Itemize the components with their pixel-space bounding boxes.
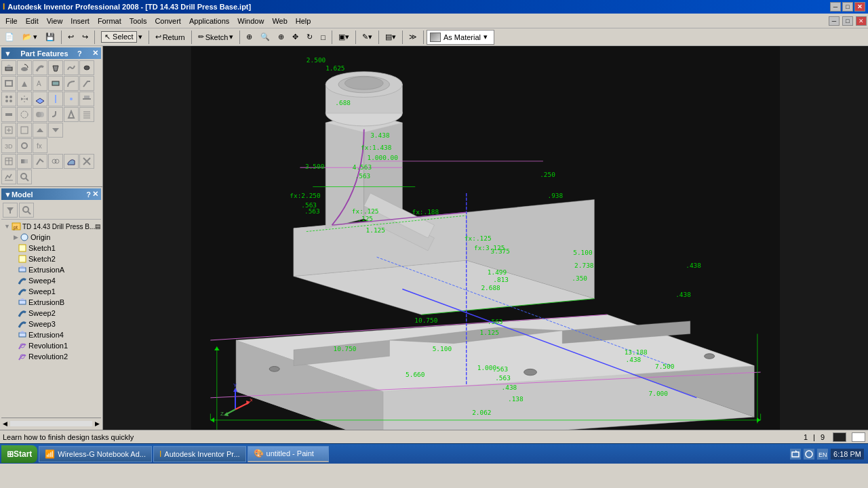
menu-insert[interactable]: Insert xyxy=(66,16,94,26)
pf-3d-sketch[interactable]: 3D xyxy=(1,138,16,153)
tree-item-sweep1[interactable]: Sweep1 xyxy=(3,286,100,297)
taskbar-paint[interactable]: 🎨 untitled - Paint xyxy=(248,446,329,462)
tree-expand-all[interactable]: ▤ xyxy=(95,223,101,230)
rotate-button[interactable]: ↻ xyxy=(303,30,316,45)
display-button[interactable]: ▣▾ xyxy=(335,30,353,45)
menu-applications[interactable]: Applications xyxy=(185,16,233,26)
inner-minimize-button[interactable]: ─ xyxy=(829,16,840,26)
model-filter[interactable] xyxy=(3,203,18,218)
pf-revolve[interactable] xyxy=(17,60,32,75)
select-button[interactable]: ↖ Select ▾ xyxy=(98,30,146,45)
tree-item-sweep4[interactable]: Sweep4 xyxy=(3,275,100,286)
pf-emboss[interactable]: A xyxy=(33,76,47,91)
menu-view[interactable]: View xyxy=(43,16,67,26)
close-button[interactable]: ✕ xyxy=(854,2,865,12)
menu-convert[interactable]: Convert xyxy=(151,16,185,26)
tree-scroll-right[interactable]: ▶ xyxy=(94,420,101,427)
pf-chamfer[interactable] xyxy=(79,76,94,91)
maximize-button[interactable]: □ xyxy=(842,2,853,12)
pf-pattern[interactable] xyxy=(1,92,16,106)
save-button[interactable]: 💾 xyxy=(42,30,58,45)
tree-item-extrusionA[interactable]: ExtrusionA xyxy=(3,264,100,275)
pf-extrude[interactable] xyxy=(1,60,16,75)
line-button[interactable]: ✎▾ xyxy=(359,30,376,45)
pf-sketch-new[interactable] xyxy=(1,123,16,138)
menu-help[interactable]: Help xyxy=(292,16,315,26)
tree-item-sketch2[interactable]: Sketch2 xyxy=(3,253,100,264)
new-button[interactable]: 📄 xyxy=(1,30,18,45)
menu-format[interactable]: Format xyxy=(94,16,125,26)
pf-coil[interactable] xyxy=(64,60,79,75)
pf-analysis[interactable] xyxy=(1,169,16,184)
tree-item-root[interactable]: ▼ pt TD 14.43 Drill Press B... ▤ xyxy=(3,221,100,232)
model-search[interactable] xyxy=(19,203,34,218)
constraint-button[interactable]: ▤▾ xyxy=(382,30,399,45)
pf-fillet[interactable] xyxy=(64,76,79,91)
model-close[interactable]: ✕ xyxy=(92,190,98,199)
zoom-all-button[interactable]: ⊕ xyxy=(243,30,256,45)
sketch-button[interactable]: ✏ Sketch ▾ xyxy=(195,30,237,45)
pf-parameters[interactable]: fx xyxy=(33,138,47,153)
tree-item-sweep3[interactable]: Sweep3 xyxy=(3,319,100,329)
viewport[interactable]: 2.500 1.625 .688 3.438 fx:1.438 1.000.00… xyxy=(103,46,868,430)
pf-thicken[interactable] xyxy=(1,107,16,122)
part-features-help[interactable]: ? xyxy=(77,49,82,58)
inner-maximize-button[interactable]: □ xyxy=(842,16,853,26)
tree-item-extrusionB[interactable]: ExtrusionB xyxy=(3,297,100,308)
pf-sketch-share[interactable] xyxy=(17,123,32,138)
pf-imate[interactable] xyxy=(48,154,63,169)
more-button[interactable]: ≫ xyxy=(406,30,420,45)
pf-cut[interactable] xyxy=(79,154,94,169)
tree-item-revolution2[interactable]: Revolution2 xyxy=(3,351,100,362)
menu-file[interactable]: File xyxy=(1,16,22,26)
return-button[interactable]: ↩ Return xyxy=(152,30,189,45)
minimize-button[interactable]: ─ xyxy=(830,2,841,12)
tree-item-sweep2[interactable]: Sweep2 xyxy=(3,308,100,319)
pf-unfold[interactable] xyxy=(33,123,47,138)
open-button[interactable]: 📂▾ xyxy=(19,30,41,45)
pf-hole[interactable] xyxy=(79,60,94,75)
pf-work-point[interactable] xyxy=(64,92,79,106)
inner-close-button[interactable]: ✕ xyxy=(856,16,867,26)
pf-draft[interactable] xyxy=(64,107,79,122)
pf-decal[interactable] xyxy=(48,76,63,91)
pf-work-plane[interactable] xyxy=(33,92,47,106)
tree-item-sketch1[interactable]: Sketch1 xyxy=(3,243,100,253)
part-features-close[interactable]: ✕ xyxy=(92,49,98,58)
tree-item-origin[interactable]: ▶ Origin xyxy=(3,232,100,243)
pf-mirror[interactable] xyxy=(17,92,32,106)
redo-button[interactable]: ↪ xyxy=(79,30,92,45)
menu-edit[interactable]: Edit xyxy=(22,16,43,26)
model-help[interactable]: ? xyxy=(86,190,91,199)
pf-thread[interactable] xyxy=(17,107,32,122)
tree-item-revolution1[interactable]: Revolution1 xyxy=(3,340,100,351)
menu-web[interactable]: Web xyxy=(268,16,291,26)
pf-shell[interactable] xyxy=(1,76,16,91)
taskbar-inventor[interactable]: I Autodesk Inventor Pr... xyxy=(153,446,246,462)
menu-tools[interactable]: Tools xyxy=(125,16,151,26)
tree-scroll-left[interactable]: ◀ xyxy=(1,420,9,427)
pf-grill[interactable] xyxy=(79,107,94,122)
pf-surface[interactable] xyxy=(64,154,79,169)
pf-bend[interactable] xyxy=(48,107,63,122)
start-button[interactable]: ⊞ Start xyxy=(1,445,37,463)
part-features-collapse[interactable]: ▼ xyxy=(4,49,12,58)
pf-inspect[interactable] xyxy=(17,169,32,184)
taskbar-wireless[interactable]: 📶 Wireless-G Notebook Ad... xyxy=(39,446,152,462)
view-button[interactable]: □ xyxy=(317,30,329,45)
zoom-in-button[interactable]: ⊕ xyxy=(275,30,288,45)
material-dropdown[interactable]: As Material ▾ xyxy=(427,30,494,45)
model-collapse[interactable]: ▼ xyxy=(4,190,12,199)
pf-table[interactable] xyxy=(1,154,16,169)
pf-split[interactable] xyxy=(79,92,94,106)
pan-button[interactable]: ✥ xyxy=(289,30,302,45)
pf-combine[interactable] xyxy=(17,154,32,169)
pf-fold[interactable] xyxy=(48,123,63,138)
tree-item-extrusion4[interactable]: Extrusion4 xyxy=(3,329,100,340)
pf-sweep[interactable] xyxy=(33,60,47,75)
zoom-button[interactable]: 🔍 xyxy=(257,30,273,45)
pf-loft[interactable] xyxy=(48,60,63,75)
pf-boolean[interactable] xyxy=(33,107,47,122)
undo-button[interactable]: ↩ xyxy=(64,30,77,45)
pf-project-geom[interactable] xyxy=(17,138,32,153)
